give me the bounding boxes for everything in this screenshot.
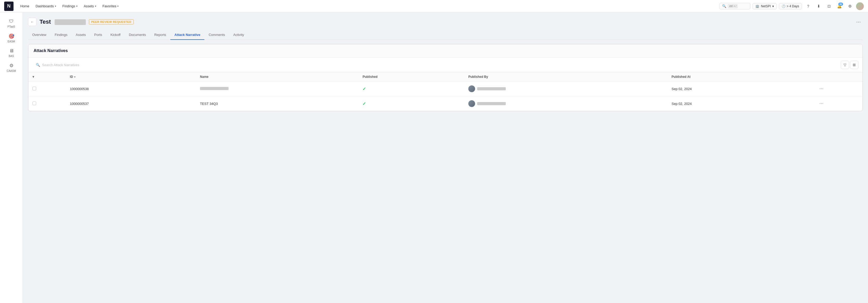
nav-favorites[interactable]: Favorites ▾ (100, 3, 121, 10)
row-id-cell: 1000000537 (66, 96, 196, 111)
columns-icon: ⊞ (852, 63, 856, 67)
row-published-at-cell: Sep 02, 2024 (668, 81, 814, 96)
row-actions-cell: ··· (814, 96, 863, 111)
row-published-at-cell: Sep 02, 2024 (668, 96, 814, 111)
row-more-button[interactable]: ··· (818, 100, 825, 107)
card-header: Attack Narratives (28, 44, 863, 57)
attack-narratives-card: Attack Narratives 🔍 Search Attack Narrat… (28, 44, 863, 111)
nav-assets[interactable]: Assets ▾ (81, 3, 99, 10)
row-actions-cell: ··· (814, 81, 863, 96)
sidebar-item-easm[interactable]: 🎯 EASM (2, 31, 21, 45)
global-search[interactable]: 🔍 ctrl + / (719, 3, 750, 9)
top-nav: N Home Dashboards ▾ Findings ▾ Assets ▾ … (0, 0, 868, 12)
user-avatar-sm (468, 100, 475, 107)
days-filter[interactable]: 🕐 > 4 Days (779, 3, 802, 9)
main-content: ← Test PEER REVIEW REQUESTED ··· Overvie… (23, 12, 868, 303)
back-button[interactable]: ← (28, 18, 36, 26)
bas-icon: 🖥 (9, 48, 14, 54)
tab-attack-narrative[interactable]: Attack Narrative (170, 30, 205, 40)
sidebar: 🛡 PTaaS 🎯 EASM 🖥 BAS ⚙ CAASM (0, 12, 23, 303)
arrow-left-icon: ← (30, 20, 34, 24)
download-icon: ⬇ (817, 4, 820, 8)
search-icon: 🔍 (36, 63, 40, 67)
row-name-cell: TEST 34Q3 (196, 96, 358, 111)
tenant-selector[interactable]: 🏢 NetSPI ▾ (752, 3, 777, 9)
share-button[interactable]: ⊡ (825, 2, 833, 10)
sidebar-item-bas[interactable]: 🖥 BAS (2, 46, 21, 60)
download-button[interactable]: ⬇ (814, 2, 823, 10)
filter-button[interactable]: ▽ (841, 61, 849, 69)
chevron-down-icon: ▾ (95, 5, 96, 7)
ptaas-icon: 🛡 (9, 19, 14, 24)
tab-comments[interactable]: Comments (205, 30, 229, 40)
row-published-cell: ✓ (358, 81, 464, 96)
card-title: Attack Narratives (34, 48, 68, 53)
tab-ports[interactable]: Ports (90, 30, 106, 40)
settings-button[interactable]: ⚙ (846, 2, 854, 10)
th-id[interactable]: ID ▾ (66, 72, 196, 81)
table-row: 1000000538 ✓ Sep (28, 81, 863, 96)
search-wrap[interactable]: 🔍 Search Attack Narratives (32, 61, 839, 69)
clock-icon: 🕐 (782, 4, 785, 8)
chevron-down-icon: ▾ (117, 5, 119, 7)
tab-findings[interactable]: Findings (51, 30, 71, 40)
gear-icon: ⚙ (848, 4, 851, 8)
th-published: Published (358, 72, 464, 81)
page-more-button[interactable]: ··· (855, 18, 863, 26)
tab-documents[interactable]: Documents (125, 30, 150, 40)
chevron-down-icon: ▾ (55, 5, 56, 7)
th-published-at: Published At (668, 72, 814, 81)
published-by-redacted (477, 87, 506, 90)
published-by-redacted (477, 102, 506, 105)
search-placeholder: Search Attack Narratives (42, 63, 79, 67)
user-avatar[interactable] (856, 2, 864, 10)
page-title-redacted (55, 19, 86, 25)
published-check-icon: ✓ (363, 102, 366, 106)
nav-right: 🔍 ctrl + / 🏢 NetSPI ▾ 🕐 > 4 Days ? ⬇ ⊡ 🔔… (719, 2, 864, 10)
row-published-by-cell (464, 81, 668, 96)
sort-icon: ▾ (74, 76, 75, 78)
row-name-redacted (200, 87, 228, 90)
tab-activity[interactable]: Activity (229, 30, 248, 40)
narratives-table: ▾ ID ▾ Name Published (28, 72, 863, 111)
nav-links: Home Dashboards ▾ Findings ▾ Assets ▾ Fa… (18, 3, 717, 10)
row-check-cell (28, 81, 66, 96)
tab-kickoff[interactable]: Kickoff (106, 30, 125, 40)
row-checkbox[interactable] (32, 102, 36, 105)
help-icon: ? (807, 4, 809, 8)
th-published-by: Published By (464, 72, 668, 81)
sidebar-item-caasm[interactable]: ⚙ CAASM (2, 61, 21, 75)
caasm-icon: ⚙ (9, 63, 13, 68)
status-badge: PEER REVIEW REQUESTED (89, 19, 134, 25)
published-check-icon: ✓ (363, 87, 366, 91)
more-icon: ··· (856, 19, 861, 25)
search-shortcut: ctrl + / (728, 4, 738, 8)
row-check-cell (28, 96, 66, 111)
notification-badge: 36 (838, 3, 843, 6)
logo[interactable]: N (4, 2, 13, 11)
row-checkbox[interactable] (32, 87, 36, 90)
nav-findings[interactable]: Findings ▾ (60, 3, 80, 10)
row-name-cell (196, 81, 358, 96)
sidebar-item-ptaas[interactable]: 🛡 PTaaS (2, 17, 21, 30)
table-row: 1000000537 TEST 34Q3 ✓ (28, 96, 863, 111)
chevron-down-icon: ▾ (772, 4, 774, 8)
collapse-icon[interactable]: ▾ (32, 75, 34, 79)
chevron-down-icon: ▾ (76, 5, 78, 7)
tab-reports[interactable]: Reports (150, 30, 170, 40)
th-actions (814, 72, 863, 81)
th-name: Name (196, 72, 358, 81)
nav-home[interactable]: Home (18, 3, 32, 10)
tab-overview[interactable]: Overview (28, 30, 51, 40)
help-button[interactable]: ? (804, 2, 812, 10)
search-icon: 🔍 (722, 4, 726, 8)
row-id-cell: 1000000538 (66, 81, 196, 96)
columns-button[interactable]: ⊞ (850, 61, 858, 69)
nav-dashboards[interactable]: Dashboards ▾ (33, 3, 59, 10)
notifications-button[interactable]: 🔔 36 (835, 2, 843, 10)
tab-assets[interactable]: Assets (71, 30, 90, 40)
row-more-button[interactable]: ··· (818, 85, 825, 92)
page-header: ← Test PEER REVIEW REQUESTED ··· (28, 18, 863, 26)
table-toolbar: 🔍 Search Attack Narratives ▽ ⊞ (28, 57, 863, 72)
share-icon: ⊡ (828, 4, 831, 8)
